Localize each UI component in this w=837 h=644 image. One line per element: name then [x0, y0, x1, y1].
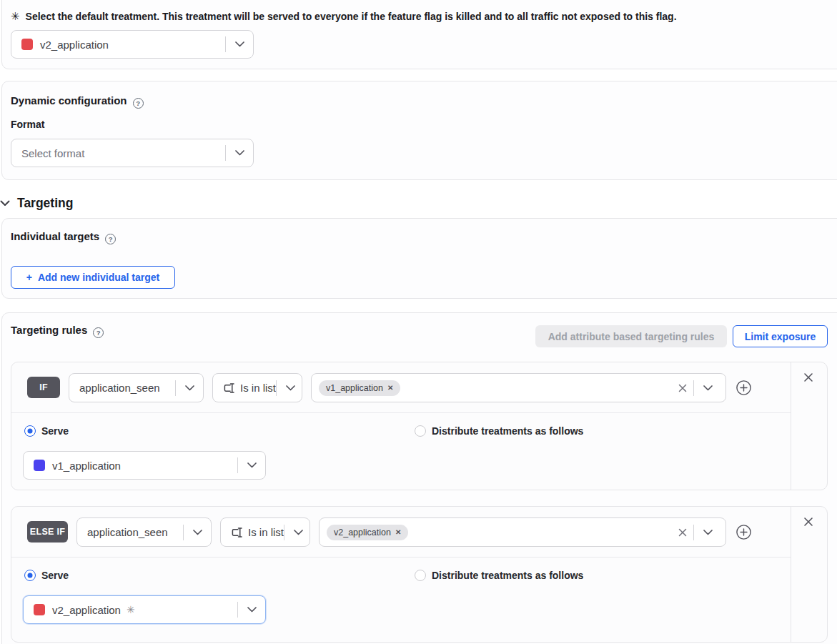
targeting-section-header[interactable]: Targeting: [0, 196, 73, 211]
rule-values-input[interactable]: v2_application ✕: [319, 517, 726, 547]
individual-targets-title: Individual targets?: [11, 230, 116, 244]
targeting-rules-title-text: Targeting rules: [11, 324, 87, 336]
chevron-down-icon[interactable]: [238, 607, 265, 613]
dynamic-configuration-title-text: Dynamic configuration: [11, 94, 127, 106]
format-label: Format: [11, 119, 44, 130]
distribute-label: Distribute treatments as follows: [432, 425, 583, 437]
rule-close-column: [791, 362, 827, 490]
chevron-down-icon[interactable]: [184, 530, 211, 535]
divider: [11, 412, 791, 413]
dropdown-controls: [225, 139, 253, 167]
chevron-down-icon[interactable]: [284, 530, 312, 535]
dynamic-configuration-section: Dynamic configuration? Format Select for…: [1, 81, 837, 180]
if-badge: IF: [27, 377, 60, 398]
targeting-rules-title: Targeting rules?: [11, 324, 104, 338]
format-placeholder: Select format: [21, 147, 84, 159]
rule-matcher-select[interactable]: Is in list: [220, 517, 310, 547]
distribute-radio[interactable]: [415, 570, 426, 581]
treatment-color-swatch: [34, 604, 45, 615]
value-chip[interactable]: v1_application ✕: [319, 380, 400, 396]
serve-treatment-value: v2_application: [52, 604, 121, 616]
chevron-down-icon[interactable]: [277, 385, 304, 391]
default-treatment-description-row: ✳ Select the default treatment. This tre…: [11, 10, 677, 23]
clear-icon[interactable]: [672, 383, 693, 393]
collapse-chevron-icon[interactable]: [0, 200, 10, 207]
rule-attribute-value: application_seen: [87, 526, 168, 538]
serve-option[interactable]: Serve: [24, 425, 69, 437]
plus-circle-icon[interactable]: [736, 524, 752, 540]
treatment-color-swatch: [21, 39, 33, 50]
rule-attribute-select[interactable]: application_seen: [69, 373, 204, 402]
add-individual-target-label: Add new individual target: [38, 272, 159, 283]
targeting-title: Targeting: [17, 196, 73, 211]
distribute-option[interactable]: Distribute treatments as follows: [415, 425, 583, 437]
plus-circle-icon[interactable]: [736, 380, 752, 396]
close-icon[interactable]: [803, 372, 814, 383]
dynamic-configuration-title: Dynamic configuration?: [11, 94, 144, 109]
targeting-rule-card: IF application_seen Is in list v1_applic…: [11, 362, 828, 490]
default-star-icon: ✳: [11, 10, 20, 23]
value-chip-label: v1_application: [326, 383, 383, 393]
chevron-down-icon[interactable]: [694, 530, 721, 535]
chevron-down-icon[interactable]: [226, 41, 253, 47]
serve-option[interactable]: Serve: [24, 570, 69, 581]
targeting-rules-section: Targeting rules? Add attribute based tar…: [1, 312, 837, 644]
chevron-down-icon[interactable]: [226, 150, 253, 156]
serve-radio[interactable]: [24, 570, 36, 581]
rule-values-input[interactable]: v1_application ✕: [311, 373, 726, 402]
rule-matcher-select[interactable]: Is in list: [212, 373, 302, 402]
rule-matcher-value: Is in list: [240, 382, 276, 394]
serve-label: Serve: [41, 570, 69, 581]
rule-attribute-value: application_seen: [79, 382, 160, 394]
help-icon[interactable]: ?: [133, 98, 144, 109]
rule-close-column: [791, 507, 827, 642]
default-treatment-value: v2_application: [40, 39, 109, 51]
distribute-option[interactable]: Distribute treatments as follows: [415, 570, 583, 581]
serve-treatment-select[interactable]: v2_application ✳: [23, 595, 266, 624]
default-treatment-select[interactable]: v2_application: [11, 30, 254, 59]
page: ✳ Select the default treatment. This tre…: [0, 0, 837, 644]
plus-icon: +: [26, 272, 32, 283]
targeting-rule-card: ELSE IF application_seen Is in list v2_a…: [11, 506, 828, 643]
string-type-icon: [231, 527, 243, 538]
format-select[interactable]: Select format: [11, 139, 254, 167]
chip-remove-icon[interactable]: ✕: [387, 384, 393, 392]
individual-targets-section: Individual targets? + Add new individual…: [1, 218, 837, 299]
distribute-label: Distribute treatments as follows: [432, 570, 583, 581]
default-treatment-description: Select the default treatment. This treat…: [26, 11, 677, 22]
distribute-radio[interactable]: [415, 425, 426, 437]
value-chip[interactable]: v2_application ✕: [327, 525, 408, 540]
divider: [11, 557, 791, 558]
serve-treatment-select[interactable]: v1_application: [23, 451, 266, 480]
default-star-icon: ✳: [127, 604, 135, 615]
chip-remove-icon[interactable]: ✕: [395, 528, 401, 536]
value-chip-label: v2_application: [334, 527, 391, 538]
add-individual-target-button[interactable]: + Add new individual target: [11, 266, 175, 289]
treatment-color-swatch: [34, 460, 45, 471]
rule-attribute-select[interactable]: application_seen: [76, 517, 212, 547]
limit-exposure-button[interactable]: Limit exposure: [733, 325, 828, 347]
default-treatment-section: ✳ Select the default treatment. This tre…: [1, 0, 837, 69]
dropdown-controls: [225, 31, 253, 58]
chevron-down-icon[interactable]: [176, 385, 203, 391]
help-icon[interactable]: ?: [105, 234, 116, 244]
serve-label: Serve: [41, 425, 69, 437]
string-type-icon: [223, 383, 235, 393]
else-if-badge: ELSE IF: [27, 521, 68, 543]
rule-matcher-value: Is in list: [248, 526, 284, 538]
individual-targets-title-text: Individual targets: [11, 230, 99, 242]
close-icon[interactable]: [803, 516, 814, 527]
chevron-down-icon[interactable]: [694, 385, 721, 391]
add-attribute-rules-button[interactable]: Add attribute based targeting rules: [535, 325, 727, 347]
serve-radio[interactable]: [24, 425, 36, 437]
clear-icon[interactable]: [672, 527, 693, 538]
serve-treatment-value: v1_application: [52, 460, 121, 472]
chevron-down-icon[interactable]: [238, 462, 265, 468]
help-icon[interactable]: ?: [93, 327, 104, 338]
